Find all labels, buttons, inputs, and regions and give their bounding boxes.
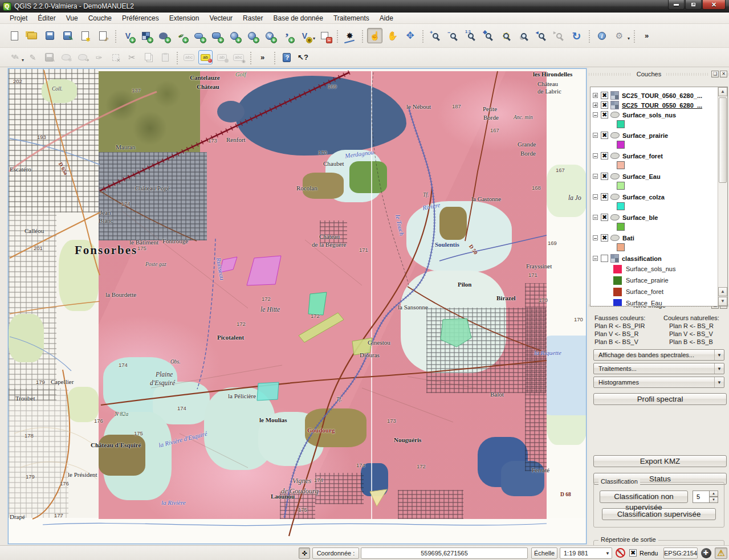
add-raster-layer-icon[interactable]: +: [138, 28, 153, 43]
close-button[interactable]: ✕: [702, 0, 726, 10]
layer-color-swatch[interactable]: [617, 202, 625, 210]
menu-extension[interactable]: Extension: [164, 13, 205, 23]
messages-warning-icon[interactable]: ⚠: [715, 547, 727, 559]
crs-status-icon[interactable]: [701, 548, 711, 558]
menu-projet[interactable]: Projet: [5, 13, 32, 23]
render-checkbox[interactable]: ✖Rendu: [629, 549, 658, 557]
terre-image-plugin-icon[interactable]: [342, 28, 357, 43]
open-project-icon[interactable]: [25, 28, 40, 43]
run-feature-action-icon[interactable]: [612, 28, 627, 43]
menu-couche[interactable]: Couche: [83, 13, 117, 23]
zoom-to-selection-icon[interactable]: [498, 28, 514, 43]
layer-color-swatch[interactable]: [617, 141, 625, 149]
labeling-icon[interactable]: [182, 50, 196, 64]
layer-item-classification[interactable]: classification: [590, 254, 727, 263]
classes-input[interactable]: [693, 490, 710, 503]
spin-up-icon[interactable]: ▲: [710, 490, 718, 497]
add-wms-layer-icon[interactable]: +: [226, 28, 242, 43]
zoom-to-layer-icon[interactable]: [516, 28, 531, 43]
layer-visibility-checkbox[interactable]: ✖: [601, 173, 608, 180]
toolbar2-overflow-icon[interactable]: [255, 50, 270, 64]
supervised-classification-button[interactable]: Classification supervisée: [602, 508, 716, 520]
layer-color-swatch[interactable]: [617, 161, 625, 169]
save-project-as-icon[interactable]: [60, 28, 75, 43]
layer-visibility-checkbox[interactable]: ✖: [601, 101, 608, 109]
layer-visibility-checkbox[interactable]: ✖: [601, 132, 608, 139]
pan-tool-icon[interactable]: [385, 28, 400, 43]
add-wcs-layer-icon[interactable]: +: [244, 28, 259, 43]
add-wfs-layer-icon[interactable]: +: [262, 28, 277, 43]
bands-display-dropdown[interactable]: Affichage des bandes spectrales...▼: [593, 349, 724, 361]
new-project-icon[interactable]: [7, 28, 22, 43]
layer-color-swatch[interactable]: [617, 223, 625, 231]
whats-this-icon[interactable]: [296, 50, 310, 64]
layer-item-surface-sols-nus[interactable]: ✖Surface_sols_nus: [590, 110, 727, 120]
expander-icon[interactable]: [593, 103, 598, 108]
set-label-icon[interactable]: [198, 50, 213, 64]
expander-icon[interactable]: [593, 256, 598, 261]
menu-pr-f-rences[interactable]: Préférences: [117, 13, 164, 23]
export-kmz-button[interactable]: Export KMZ: [593, 455, 727, 467]
composer-manager-icon[interactable]: [95, 28, 111, 43]
scroll-up-icon[interactable]: ▲: [718, 87, 727, 96]
expander-icon[interactable]: [593, 93, 598, 98]
zoom-out-icon[interactable]: −: [445, 28, 461, 43]
zoom-in-icon[interactable]: +: [427, 28, 443, 43]
expander-icon[interactable]: [593, 153, 598, 158]
scroll-thumb[interactable]: [719, 97, 727, 183]
layer-color-swatch[interactable]: [617, 120, 625, 128]
epsg-status[interactable]: EPSG:2154: [663, 547, 698, 559]
add-spatialite-layer-icon[interactable]: +: [173, 28, 189, 43]
map-canvas[interactable]: CantelauzeChâteauColl.Golfles Hirondelle…: [8, 68, 587, 544]
show-hide-labels-icon[interactable]: [231, 50, 246, 64]
remove-layer-icon[interactable]: −: [317, 28, 332, 43]
layer-item-bati[interactable]: ✖Bati: [590, 233, 727, 243]
layer-visibility-checkbox[interactable]: ✖: [601, 111, 608, 118]
run-feature-action-dropdown-icon[interactable]: ▾: [628, 36, 630, 41]
refresh-map-icon[interactable]: [569, 28, 584, 43]
layer-item-sc25-tour-0560-6280-[interactable]: ✖SC25_TOUR_0560_6280_...: [590, 91, 727, 100]
zoom-last-icon[interactable]: ◂: [533, 28, 549, 43]
layer-color-swatch[interactable]: [617, 243, 625, 251]
extent-marker-icon[interactable]: ✜: [299, 547, 310, 559]
new-print-composer-icon[interactable]: [78, 28, 93, 43]
touch-tool-icon[interactable]: [367, 28, 382, 43]
menu-vue[interactable]: Vue: [61, 13, 83, 23]
layers-panel-float-icon[interactable]: ❏: [711, 71, 719, 77]
layer-item-surface-foret[interactable]: ✖Surface_foret: [590, 151, 727, 161]
layer-visibility-checkbox[interactable]: [601, 255, 608, 262]
expander-icon[interactable]: [593, 112, 598, 117]
new-shapefile-layer-dropdown-icon[interactable]: ▾: [313, 36, 315, 41]
zoom-native-icon[interactable]: 1:1: [463, 28, 478, 43]
add-delimited-text-layer-icon[interactable]: +: [279, 28, 295, 43]
expander-icon[interactable]: [593, 215, 598, 220]
layer-item-surface-prairie[interactable]: ✖Surface_prairie: [590, 130, 727, 140]
layer-item-sc25-tour-0550-6280-[interactable]: ✖SC25_TOUR_0550_6280_...: [590, 100, 727, 110]
layer-item-surface-ble[interactable]: ✖Surface_ble: [590, 212, 727, 222]
spectral-profile-button[interactable]: Profil spectral: [593, 393, 727, 405]
move-feature-icon[interactable]: [75, 50, 89, 64]
restore-button[interactable]: [685, 0, 702, 10]
expander-icon[interactable]: [593, 194, 598, 199]
layer-color-swatch[interactable]: [617, 182, 625, 190]
add-mssql-layer-icon[interactable]: +: [191, 28, 206, 43]
add-oracle-layer-icon[interactable]: +: [209, 28, 224, 43]
save-layer-edits-icon[interactable]: [42, 50, 56, 64]
scroll-up2-icon[interactable]: ▲: [718, 287, 727, 296]
layer-visibility-checkbox[interactable]: ✖: [601, 193, 608, 201]
identify-features-icon[interactable]: [594, 28, 609, 43]
processing-dropdown[interactable]: Traitements...▼: [593, 363, 724, 374]
menu-base-de-donn-e[interactable]: Base de donnée: [268, 13, 328, 23]
change-label-icon[interactable]: [215, 50, 229, 64]
zoom-next-icon[interactable]: ▸: [551, 28, 567, 43]
layer-item-surface-eau[interactable]: ✖Surface_Eau: [590, 171, 727, 181]
save-project-icon[interactable]: [42, 28, 58, 43]
minimize-button[interactable]: [668, 0, 685, 10]
menu-raster[interactable]: Raster: [238, 13, 268, 23]
expander-icon[interactable]: [593, 133, 598, 138]
toggle-editing-icon[interactable]: [26, 50, 40, 64]
spin-down-icon[interactable]: ▼: [710, 497, 718, 503]
layer-visibility-checkbox[interactable]: ✖: [601, 214, 608, 221]
scale-combobox[interactable]: 1:19 881 ▼: [560, 547, 612, 559]
layer-visibility-checkbox[interactable]: ✖: [601, 234, 608, 242]
